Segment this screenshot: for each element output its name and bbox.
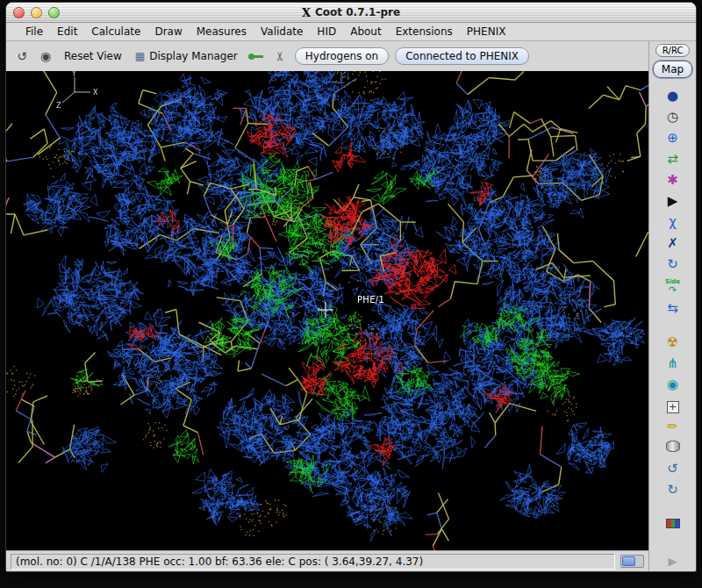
rrc-button[interactable]: R/RC [655,44,691,57]
scissors-icon-glyph: ✂ [272,51,288,61]
menu-file[interactable]: File [18,24,50,39]
expander-triangle-icon[interactable]: ▶ [661,191,685,211]
viewport: PHE/1 [6,71,648,550]
add-atom-icon[interactable]: ◉ [661,375,685,394]
x11-logo-icon: X [302,6,311,19]
key-icon[interactable] [247,47,265,65]
menu-edit[interactable]: Edit [50,24,84,39]
refresh-icon[interactable]: ↺ [13,47,31,65]
scissors-icon[interactable]: ✂ [271,47,289,65]
window-title-text: Coot 0.7.1-pre [315,6,400,18]
menu-hid[interactable]: HID [310,24,343,39]
undo-icon[interactable]: ↺ [661,459,685,478]
display-flag-icon[interactable] [661,514,685,534]
undo-history-icon[interactable] [661,438,685,457]
model-toolbar-icons: ●◷⊕⇄✱▶χ✗↻Side↷⇆☢⋔◉+✏↺↻ [649,85,696,555]
record-icon[interactable]: ◉ [37,47,54,65]
menu-draw[interactable]: Draw [147,24,189,39]
record-icon-glyph: ◉ [40,49,51,63]
grid-icon: ▦ [135,50,145,62]
refresh-icon-glyph: ↺ [17,49,27,63]
status-scrollbar[interactable] [620,555,644,568]
redo-icon[interactable]: ↻ [661,480,685,499]
key-shape [248,53,263,61]
hydrogens-toggle[interactable]: Hydrogens on [295,47,389,65]
toolbar-overflow-button[interactable]: ▶ [669,555,677,568]
chi-angles-icon[interactable]: χ [661,212,685,232]
translate-zone-icon[interactable]: ⊕ [661,128,685,147]
menu-measures[interactable]: Measures [190,24,254,39]
rotamer-icon[interactable]: ✱ [661,170,685,190]
radiation-icon[interactable]: ☢ [661,333,685,352]
backrub-rotamer-icon[interactable]: ⇆ [661,298,685,318]
menu-bar: FileEditCalculateDrawMeasuresValidateHID… [6,23,696,41]
menu-about[interactable]: About [343,24,388,39]
status-bar: (mol. no: 0) C /1/A/138 PHE occ: 1.00 bf… [6,550,648,571]
reset-view-button-label: Reset View [64,50,122,62]
menu-validate[interactable]: Validate [254,24,310,39]
body-row: ↺◉Reset View▦Display Manager✂Hydrogens o… [6,41,696,571]
cylinder-shape [666,441,680,452]
menu-extensions[interactable]: Extensions [389,24,460,39]
left-column: ↺◉Reset View▦Display Manager✂Hydrogens o… [6,41,648,571]
status-text: (mol. no: 0) C /1/A/138 PHE occ: 1.00 bf… [11,554,615,570]
pencil-icon[interactable]: ✏ [661,417,685,436]
minimize-button[interactable] [31,7,42,18]
close-button[interactable] [13,7,25,18]
menu-phenix[interactable]: PHENIX [460,24,513,39]
zoom-button[interactable] [48,7,60,18]
menu-calculate[interactable]: Calculate [84,24,147,39]
window-title: X Coot 0.7.1-pre [302,6,400,19]
sphere-refine-icon[interactable]: ● [661,86,685,105]
title-bar[interactable]: X Coot 0.7.1-pre [6,3,696,23]
window-controls [13,7,60,18]
status-scrollbar-thumb[interactable] [622,556,635,566]
map-button[interactable]: Map [653,61,692,78]
main-toolbar: ↺◉Reset View▦Display Manager✂Hydrogens o… [6,41,648,71]
rotate-translate-icon[interactable]: ⇄ [661,149,685,169]
clock-icon[interactable]: ◷ [661,107,685,126]
flag-shape [666,519,680,528]
side-chain-flip-icon[interactable]: Side↷ [661,276,685,297]
coot-window: X Coot 0.7.1-pre FileEditCalculateDrawMe… [5,2,697,572]
display-manager-button-label: Display Manager [149,50,238,62]
reset-view-button[interactable]: Reset View [61,48,125,64]
torsion-general-icon[interactable]: ✗ [661,233,685,253]
display-manager-button[interactable]: ▦Display Manager [132,48,241,64]
picked-residue-label: PHE/1 [357,295,384,305]
model-toolbar-panel: R/RC Map ●◷⊕⇄✱▶χ✗↻Side↷⇆☢⋔◉+✏↺↻ ▶ [648,41,696,571]
curved-arrow-glyph: ↷ [669,285,677,295]
fragment-icon[interactable]: ⋔ [661,354,685,373]
flip-peptide-icon[interactable]: ↻ [661,255,685,274]
add-residue-icon[interactable]: + [661,396,685,415]
plus-box-shape: + [667,401,679,413]
phenix-status-toggle[interactable]: Connected to PHENIX [395,47,529,65]
viewer-canvas[interactable] [6,71,648,550]
